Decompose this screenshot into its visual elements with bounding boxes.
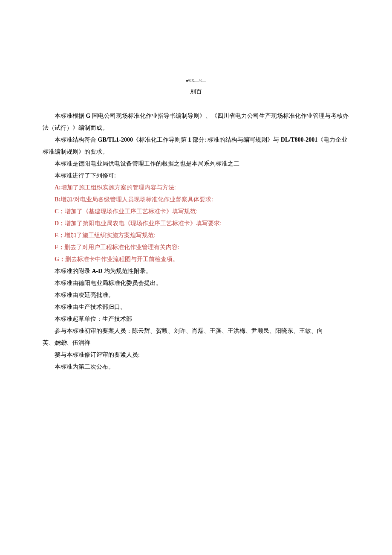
item-c-label: C：	[55, 208, 65, 215]
paragraph-11: 篓与本标准修订评审的要紧人员:	[43, 349, 349, 361]
p10b-pre: 英、	[43, 340, 55, 346]
item-d-text: 增加了第阳电业局农电《现场作业序工艺标准卡》填写要求:	[65, 220, 222, 227]
header-small-text: ■%X.—%—	[43, 77, 349, 84]
item-c: C：增加了《基建现场作业工序工艺标准卡》填写规范:	[43, 206, 349, 218]
item-g-label: G：	[55, 256, 65, 262]
paragraph-4: 本标准进行了下列修可:	[43, 170, 349, 182]
paragraph-9: 本标准起草单位：生产技术部	[43, 313, 349, 325]
header-title: 刖百	[43, 85, 349, 97]
item-g-text: 删去标准卡中作业流程图与开工前检查项。	[65, 256, 179, 262]
item-f-label: F：	[55, 244, 64, 250]
item-f: F：删去了对用户工程标准化作业管理有关内容:	[43, 241, 349, 253]
item-b: B:增加/对电业局各级管理人员现场标准化作业督察具体要求:	[43, 194, 349, 206]
item-e-label: E：	[55, 232, 64, 238]
paragraph-7: 本标准由凌廷亮批准。	[43, 289, 349, 301]
paragraph-5: 本标准的附录 A-D 均为规范性附录。	[43, 265, 349, 277]
p5-bold: A-D	[92, 268, 103, 274]
p1-pre: 本标准根据	[55, 113, 86, 119]
p2-mid2: 部分: 标准的结构与编写规则》与	[191, 137, 280, 143]
item-d: D：增加了第阳电业局农电《现场作业序工艺标准卡》填写要求:	[43, 218, 349, 230]
p2-bold1: GB/TL1-2000	[98, 137, 133, 143]
p2-pre: 本标准结构符合	[55, 137, 98, 143]
item-b-label: B:	[55, 196, 61, 203]
paragraph-6: 本标准由德阳电业局标准化委员会提出。	[43, 277, 349, 289]
item-e: E：增加了施工组织实施方案煌写规范:	[43, 230, 349, 241]
item-d-label: D：	[55, 220, 65, 227]
item-a: A:增加了施工组织实施方案的管理内容与方法:	[43, 182, 349, 194]
paragraph-10b: 英、姚勤、伍润祥	[43, 337, 349, 349]
p1-bold: G	[86, 113, 91, 119]
item-a-text: 增加了施工组织实施方案的管理内容与方法:	[61, 184, 176, 191]
paragraph-10a: 参与本标准初审的要案人员：陈云辉、贺毅、刘许、肖磊、王滨、王洪梅、尹顺民、阳晓东…	[43, 325, 349, 337]
p2-bold3: DL/T800-2001	[281, 137, 317, 143]
p10b-post: 、伍润祥	[66, 340, 90, 346]
item-g: G：删去标准卡中作业流程图与开工前检查项。	[43, 253, 349, 265]
item-c-text: 增加了《基建现场作业工序工艺标准卡》填写规范:	[65, 208, 198, 215]
item-f-text: 删去了对用户工程标准化作业管理有关内容:	[64, 244, 179, 250]
item-a-label: A:	[55, 184, 61, 191]
paragraph-8: 本标准由生产技术部归口。	[43, 301, 349, 313]
p2-mid: 《标准化工作导则第	[133, 137, 188, 143]
p5-pre: 本标准的附录	[55, 268, 92, 274]
paragraph-2: 本标准结构符合 GB/TL1-2000《标准化工作导则第 1 部分: 标准的结构…	[43, 134, 349, 158]
paragraph-1: 本标准根据 G 国电公司现场标准化作业指导书编制导则》、《四川省电力公司生产现场…	[43, 110, 349, 134]
item-e-text: 增加了施工组织实施方案煌写规范:	[64, 232, 156, 238]
p10b-strike: 姚勤	[55, 340, 66, 346]
item-b-text: 增加/对电业局各级管理人员现场标准化作业督察具体要求:	[61, 196, 213, 203]
paragraph-3: 本标准是德阳电业局供电设备管理工作的根据之也是本局系列标准之二	[43, 158, 349, 170]
paragraph-12: 本标准为第二次公布。	[43, 361, 349, 373]
p5-post: 均为规范性附录。	[102, 268, 152, 274]
